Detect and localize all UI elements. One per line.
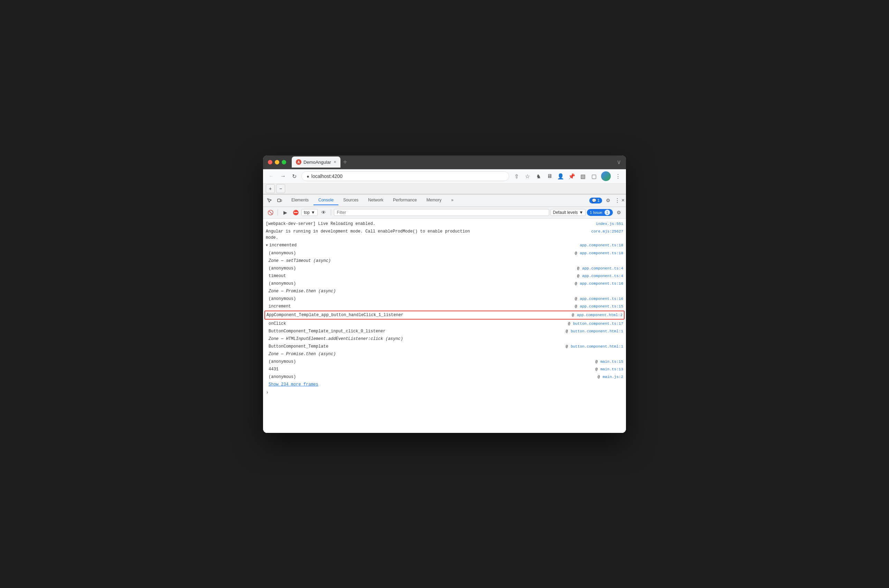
address-bar: ← → ↻ ● localhost:4200 ⇧ ☆ ♞ 🖥 👤 📌 ▧ ▢ ⋮ [263, 169, 626, 184]
console-source-link[interactable]: button.component.ts:17 [573, 321, 623, 327]
tab-more[interactable]: » [446, 195, 458, 205]
devtools-more-button[interactable]: ⋮ [614, 197, 620, 204]
console-source-link[interactable]: index.js:551 [596, 221, 623, 227]
console-source-link[interactable]: app.component.ts:4 [582, 266, 623, 272]
cast-icon[interactable]: ▧ [579, 172, 587, 180]
console-source-link[interactable]: core.mjs:25627 [592, 228, 623, 235]
console-source-link[interactable]: button.component.html:1 [571, 328, 623, 334]
console-line: 4431 @ main.ts:13 [263, 366, 626, 373]
zoom-out-button[interactable]: − [276, 184, 285, 193]
console-message: Zone — Promise.then (async) [269, 351, 623, 357]
console-message: (anonymous) [269, 266, 574, 272]
menu-icon[interactable]: ⋮ [614, 172, 622, 180]
address-text: localhost:4200 [311, 173, 342, 179]
browser-content: + − [263, 184, 626, 433]
devtools-settings-button[interactable]: ⚙ [604, 195, 613, 205]
clear-console-button[interactable]: 🚫 [266, 208, 275, 217]
console-source-link[interactable]: button.component.html:1 [571, 344, 623, 350]
levels-label: Default levels [553, 210, 578, 215]
browser-tab[interactable]: A DemoAngular × [292, 156, 341, 168]
console-message: timeout [269, 273, 574, 279]
profile-icon[interactable] [601, 171, 611, 181]
account-icon[interactable]: 👤 [557, 172, 565, 180]
filter-input[interactable] [334, 209, 549, 216]
tab-sources[interactable]: Sources [338, 195, 363, 205]
share-icon[interactable]: ⇧ [513, 172, 520, 180]
console-source-link[interactable]: main.ts:13 [601, 366, 623, 372]
show-more-frames-line: Show 234 more frames [263, 381, 626, 388]
console-source-link[interactable]: app.component.html:2 [577, 312, 623, 318]
console-message: incremented [266, 242, 577, 249]
tab-close-button[interactable]: × [334, 160, 336, 165]
console-message: [webpack-dev-server] Live Reloading enab… [266, 221, 593, 227]
console-source-link[interactable]: app.component.ts:4 [582, 273, 623, 279]
levels-dropdown[interactable]: Default levels ▼ [551, 209, 586, 216]
console-message: ButtonComponent_Template_input_click_0_l… [269, 328, 563, 334]
inspect-element-icon[interactable] [264, 195, 274, 205]
toolbar-separator [278, 209, 278, 216]
address-input[interactable]: ● localhost:4200 [302, 171, 509, 181]
zoom-controls: + − [266, 184, 285, 193]
console-line: (anonymous) @ app.component.ts:16 [263, 280, 626, 287]
maximize-button[interactable] [282, 160, 286, 165]
svg-rect-0 [278, 199, 280, 202]
console-message: Angular is running in development mode. … [266, 228, 589, 241]
bookmark-icon[interactable]: ☆ [524, 172, 531, 180]
console-message: (anonymous) [269, 374, 595, 380]
tab-performance[interactable]: Performance [388, 195, 422, 205]
tab-network[interactable]: Network [363, 195, 388, 205]
screenshare-icon[interactable]: ▢ [590, 172, 598, 180]
tab-memory[interactable]: Memory [422, 195, 446, 205]
minimize-button[interactable] [275, 160, 279, 165]
console-source-link[interactable]: main.ts:15 [601, 358, 623, 365]
console-source-link[interactable]: app.component.ts:16 [580, 280, 623, 287]
console-line: Zone — Promise.then (async) [263, 287, 626, 295]
console-message: AppComponent_Template_app_button_handleC… [266, 312, 569, 318]
console-settings-button[interactable]: ⚙ [614, 208, 623, 217]
console-message: (anonymous) [269, 358, 592, 365]
extensions-icon[interactable]: ♞ [535, 172, 542, 180]
console-line: ButtonComponent_Template @ button.compon… [263, 343, 626, 350]
tab-favicon: A [296, 159, 302, 165]
issues-button[interactable]: 1 Issue: 1 [587, 209, 613, 216]
console-content: [webpack-dev-server] Live Reloading enab… [263, 219, 626, 433]
run-icon[interactable]: ▶ [281, 208, 290, 217]
console-prompt[interactable]: › [263, 388, 626, 397]
devtools-panel: Elements Console Sources Network Perform… [263, 194, 626, 433]
device-toolbar-icon[interactable] [275, 195, 284, 205]
console-line: increment @ app.component.ts:15 [263, 303, 626, 310]
title-bar: A DemoAngular × + ∨ [263, 156, 626, 169]
devtools-right-icons: 💬 1 ⚙ ⋮ × [589, 195, 625, 205]
context-selector[interactable]: top ▼ [302, 209, 318, 216]
show-more-frames-link[interactable]: Show 234 more frames [269, 381, 318, 388]
console-source-link[interactable]: app.component.ts:15 [580, 303, 623, 309]
zoom-in-button[interactable]: + [266, 184, 275, 193]
tab-console[interactable]: Console [314, 195, 338, 205]
console-source-link[interactable]: app.component.ts:16 [580, 296, 623, 302]
stop-icon[interactable]: ⛔ [291, 208, 300, 217]
console-line: (anonymous) @ app.component.ts:4 [263, 265, 626, 272]
tab-elements[interactable]: Elements [287, 195, 314, 205]
eye-icon[interactable]: 👁 [319, 208, 328, 217]
page-area: + − [263, 184, 626, 194]
console-source-link[interactable]: main.js:2 [603, 374, 623, 380]
devtools-badge: 💬 1 [589, 198, 602, 204]
back-button[interactable]: ← [267, 172, 275, 180]
traffic-lights [268, 160, 286, 165]
window-expand-button[interactable]: ∨ [617, 158, 621, 166]
toolbar-separator2 [331, 209, 331, 216]
close-button[interactable] [268, 160, 272, 165]
extensions-icon2[interactable]: 🖥 [546, 172, 553, 180]
console-line: incremented app.component.ts:18 [263, 242, 626, 249]
forward-button[interactable]: → [279, 172, 287, 180]
console-line: [webpack-dev-server] Live Reloading enab… [263, 220, 626, 228]
devtools-close-button[interactable]: × [622, 197, 625, 204]
new-tab-button[interactable]: + [342, 158, 349, 166]
reload-button[interactable]: ↻ [291, 172, 298, 180]
console-source-link[interactable]: app.component.ts:18 [580, 242, 623, 248]
pin-icon[interactable]: 📌 [568, 172, 575, 180]
tab-title: DemoAngular [303, 160, 331, 165]
console-source-link[interactable]: app.component.ts:18 [580, 250, 623, 256]
console-line: (anonymous) @ app.component.ts:18 [263, 249, 626, 257]
levels-arrow: ▼ [579, 210, 583, 215]
